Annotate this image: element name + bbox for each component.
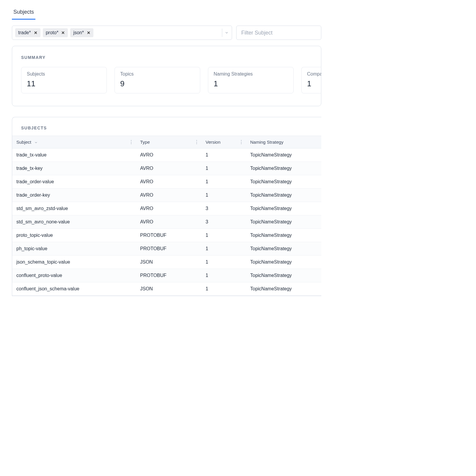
cell-naming-strategy: TopicNameStrategy — [247, 282, 321, 296]
cell-type: AVRO — [137, 148, 203, 162]
tile-label: Compa — [307, 71, 321, 77]
table-row[interactable]: std_sm_avro_zstd-valueAVRO3TopicNameStra… — [12, 202, 321, 215]
close-icon[interactable]: ✕ — [87, 30, 90, 35]
table-row[interactable]: std_sm_avro_none-valueAVRO3TopicNameStra… — [12, 215, 321, 229]
table-row[interactable]: confluent_proto-valuePROTOBUF1TopicNameS… — [12, 269, 321, 282]
chip-label: json* — [73, 30, 84, 35]
table-row[interactable]: ph_topic-valuePROTOBUF1TopicNameStrategy — [12, 242, 321, 256]
cell-version: 1 — [203, 256, 247, 269]
cell-type: AVRO — [137, 202, 203, 215]
cell-naming-strategy: TopicNameStrategy — [247, 269, 321, 282]
summary-heading: SUMMARY — [21, 55, 312, 60]
table-header-row: Subject ⋮ Type ⋮ Version ⋮ Naming Strate… — [12, 136, 321, 148]
table-row[interactable]: proto_topic-valuePROTOBUF1TopicNameStrat… — [12, 229, 321, 242]
table-row[interactable]: trade_tx-valueAVRO1TopicNameStrategy — [12, 148, 321, 162]
column-header-type[interactable]: Type ⋮ — [137, 136, 203, 148]
cell-version: 1 — [203, 189, 247, 202]
summary-tile-naming-strategies: Naming Strategies 1 — [208, 67, 294, 93]
tile-label: Naming Strategies — [214, 71, 288, 77]
subjects-heading: SUBJECTS — [21, 126, 312, 130]
cell-type: JSON — [137, 282, 203, 296]
cell-version: 1 — [203, 269, 247, 282]
chip-label: proto* — [46, 30, 59, 35]
column-header-naming[interactable]: Naming Strategy — [247, 136, 321, 148]
cell-type: AVRO — [137, 215, 203, 229]
chip-label: trade* — [18, 30, 31, 35]
tile-value: 11 — [27, 79, 101, 88]
cell-naming-strategy: TopicNameStrategy — [247, 189, 321, 202]
summary-tile-topics: Topics 9 — [115, 67, 200, 93]
filter-chip[interactable]: proto* ✕ — [43, 28, 68, 37]
filter-row: trade* ✕ proto* ✕ json* ✕ — [12, 26, 321, 40]
tile-value: 1 — [214, 79, 288, 88]
cell-subject: std_sm_avro_none-value — [12, 215, 137, 229]
column-label: Type — [140, 140, 150, 145]
chevron-down-icon — [34, 140, 38, 145]
cell-subject: std_sm_avro_zstd-value — [12, 202, 137, 215]
column-header-subject[interactable]: Subject ⋮ — [12, 136, 137, 148]
cell-type: AVRO — [137, 162, 203, 175]
subjects-panel: SUBJECTS Subject ⋮ Type ⋮ Version ⋮ — [12, 117, 321, 296]
cell-naming-strategy: TopicNameStrategy — [247, 229, 321, 242]
cell-naming-strategy: TopicNameStrategy — [247, 148, 321, 162]
cell-type: JSON — [137, 256, 203, 269]
tile-label: Subjects — [27, 71, 101, 77]
cell-subject: json_schema_topic-value — [12, 256, 137, 269]
cell-type: AVRO — [137, 175, 203, 189]
table-row[interactable]: trade_order-keyAVRO1TopicNameStrategy — [12, 189, 321, 202]
cell-type: AVRO — [137, 189, 203, 202]
filter-subject-input[interactable] — [236, 26, 321, 40]
tag-chips: trade* ✕ proto* ✕ json* ✕ — [15, 28, 220, 37]
column-menu-icon[interactable]: ⋮ — [129, 140, 134, 145]
tab-subjects[interactable]: Subjects — [12, 6, 35, 20]
column-menu-icon[interactable]: ⋮ — [239, 140, 244, 145]
close-icon[interactable]: ✕ — [61, 30, 65, 35]
cell-naming-strategy: TopicNameStrategy — [247, 162, 321, 175]
summary-tiles: Subjects 11 Topics 9 Naming Strategies 1… — [21, 67, 312, 93]
cell-subject: trade_order-key — [12, 189, 137, 202]
divider — [222, 29, 222, 37]
chevron-down-icon[interactable] — [224, 30, 229, 35]
summary-tile-compat: Compa 1 — [301, 67, 321, 93]
close-icon[interactable]: ✕ — [34, 30, 37, 35]
tag-filter-select[interactable]: trade* ✕ proto* ✕ json* ✕ — [12, 26, 232, 40]
cell-naming-strategy: TopicNameStrategy — [247, 175, 321, 189]
cell-subject: confluent_proto-value — [12, 269, 137, 282]
cell-type: PROTOBUF — [137, 242, 203, 256]
cell-subject: ph_topic-value — [12, 242, 137, 256]
column-menu-icon[interactable]: ⋮ — [194, 140, 199, 145]
cell-naming-strategy: TopicNameStrategy — [247, 256, 321, 269]
cell-naming-strategy: TopicNameStrategy — [247, 215, 321, 229]
filter-chip[interactable]: json* ✕ — [70, 28, 93, 37]
summary-tile-subjects: Subjects 11 — [21, 67, 107, 93]
column-label: Version — [206, 140, 220, 145]
cell-version: 1 — [203, 148, 247, 162]
column-label: Naming Strategy — [250, 140, 284, 145]
cell-subject: confluent_json_schema-value — [12, 282, 137, 296]
cell-subject: proto_topic-value — [12, 229, 137, 242]
cell-type: PROTOBUF — [137, 229, 203, 242]
cell-subject: trade_tx-key — [12, 162, 137, 175]
column-label: Subject — [16, 140, 31, 145]
filter-chip[interactable]: trade* ✕ — [15, 28, 40, 37]
tile-value: 9 — [120, 79, 195, 88]
table-row[interactable]: json_schema_topic-valueJSON1TopicNameStr… — [12, 256, 321, 269]
column-header-version[interactable]: Version ⋮ — [203, 136, 247, 148]
cell-version: 1 — [203, 242, 247, 256]
cell-version: 1 — [203, 162, 247, 175]
cell-subject: trade_order-value — [12, 175, 137, 189]
subjects-table: Subject ⋮ Type ⋮ Version ⋮ Naming Strate… — [12, 136, 321, 296]
tab-bar: Subjects — [12, 6, 321, 20]
table-row[interactable]: confluent_json_schema-valueJSON1TopicNam… — [12, 282, 321, 296]
cell-version: 1 — [203, 282, 247, 296]
cell-type: PROTOBUF — [137, 269, 203, 282]
table-row[interactable]: trade_tx-keyAVRO1TopicNameStrategy — [12, 162, 321, 175]
tile-label: Topics — [120, 71, 195, 77]
tile-value: 1 — [307, 79, 321, 88]
cell-version: 3 — [203, 202, 247, 215]
summary-panel: SUMMARY Subjects 11 Topics 9 Naming Stra… — [12, 46, 321, 106]
table-row[interactable]: trade_order-valueAVRO1TopicNameStrategy — [12, 175, 321, 189]
cell-version: 1 — [203, 229, 247, 242]
cell-naming-strategy: TopicNameStrategy — [247, 202, 321, 215]
cell-version: 3 — [203, 215, 247, 229]
